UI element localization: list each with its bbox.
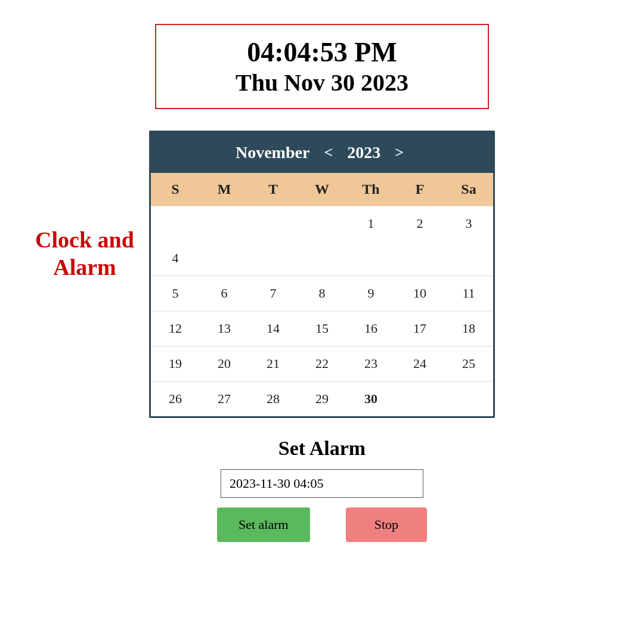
- weekday-fri: F: [395, 173, 444, 206]
- day-23[interactable]: 23: [346, 346, 395, 381]
- alarm-buttons: Set alarm Stop: [217, 507, 427, 542]
- day-24[interactable]: 24: [395, 346, 444, 381]
- calendar-header: November < 2023 >: [151, 132, 493, 173]
- calendar-week-2: 5 6 7 8 9 10 11: [151, 275, 493, 311]
- calendar-week-3: 12 13 14 15 16 17 18: [151, 311, 493, 346]
- day-6[interactable]: 6: [200, 276, 249, 311]
- calendar-month: November: [236, 143, 309, 162]
- day-empty: [249, 206, 298, 241]
- day-3[interactable]: 3: [444, 206, 493, 241]
- day-9[interactable]: 9: [346, 276, 395, 311]
- alarm-input[interactable]: [221, 469, 423, 498]
- day-12[interactable]: 12: [151, 311, 200, 346]
- calendar-weekdays: S M T W Th F Sa: [151, 173, 493, 206]
- calendar-week-4: 19 20 21 22 23 24 25: [151, 346, 493, 381]
- clock-time: 04:04:53 PM: [192, 36, 452, 69]
- calendar: November < 2023 > S M T W Th F Sa 1 2 3: [149, 131, 495, 418]
- day-2[interactable]: 2: [395, 206, 444, 241]
- day-empty: [395, 382, 444, 416]
- weekday-mon: M: [200, 173, 249, 206]
- day-11[interactable]: 11: [444, 276, 493, 311]
- day-8[interactable]: 8: [298, 276, 346, 311]
- day-21[interactable]: 21: [249, 346, 298, 381]
- app-title: Clock and Alarm: [25, 227, 144, 281]
- day-10[interactable]: 10: [395, 276, 444, 311]
- day-22[interactable]: 22: [298, 346, 346, 381]
- weekday-tue: T: [249, 173, 298, 206]
- set-alarm-button[interactable]: Set alarm: [217, 507, 310, 542]
- calendar-prev-button[interactable]: <: [319, 144, 338, 162]
- day-14[interactable]: 14: [249, 311, 298, 346]
- calendar-next-button[interactable]: >: [390, 144, 408, 162]
- day-26[interactable]: 26: [151, 382, 200, 416]
- clock-date: Thu Nov 30 2023: [192, 69, 452, 97]
- day-empty: [151, 206, 200, 241]
- day-5[interactable]: 5: [151, 276, 200, 311]
- alarm-section: Set Alarm Set alarm Stop: [217, 437, 427, 542]
- day-29[interactable]: 29: [298, 382, 346, 416]
- calendar-year: 2023: [347, 143, 380, 162]
- weekday-wed: W: [298, 173, 346, 206]
- day-empty: [444, 382, 493, 416]
- calendar-week-5: 26 27 28 29 30: [151, 381, 493, 416]
- day-empty: [200, 206, 249, 241]
- day-empty: [298, 206, 346, 241]
- app-title-line1: Clock and: [35, 227, 134, 252]
- clock-display: 04:04:53 PM Thu Nov 30 2023: [155, 24, 489, 109]
- day-1[interactable]: 1: [346, 206, 395, 241]
- day-28[interactable]: 28: [249, 382, 298, 416]
- weekday-sat: Sa: [444, 173, 493, 206]
- day-13[interactable]: 13: [200, 311, 249, 346]
- day-15[interactable]: 15: [298, 311, 346, 346]
- app-title-line2: Alarm: [53, 255, 116, 280]
- calendar-body: 1 2 3 4 5 6 7 8 9 10 11 12 13 14 15 16: [151, 206, 493, 416]
- day-20[interactable]: 20: [200, 346, 249, 381]
- day-19[interactable]: 19: [151, 346, 200, 381]
- weekday-sun: S: [151, 173, 200, 206]
- day-7[interactable]: 7: [249, 276, 298, 311]
- day-30[interactable]: 30: [346, 382, 395, 416]
- day-25[interactable]: 25: [444, 346, 493, 381]
- alarm-title: Set Alarm: [278, 437, 366, 460]
- day-4[interactable]: 4: [151, 241, 200, 275]
- weekday-thu: Th: [346, 173, 395, 206]
- stop-button[interactable]: Stop: [346, 507, 427, 542]
- day-18[interactable]: 18: [444, 311, 493, 346]
- day-16[interactable]: 16: [346, 311, 395, 346]
- calendar-week-1: 1 2 3 4: [151, 206, 493, 275]
- day-27[interactable]: 27: [200, 382, 249, 416]
- page-wrapper: Clock and Alarm 04:04:53 PM Thu Nov 30 2…: [0, 0, 644, 644]
- day-17[interactable]: 17: [395, 311, 444, 346]
